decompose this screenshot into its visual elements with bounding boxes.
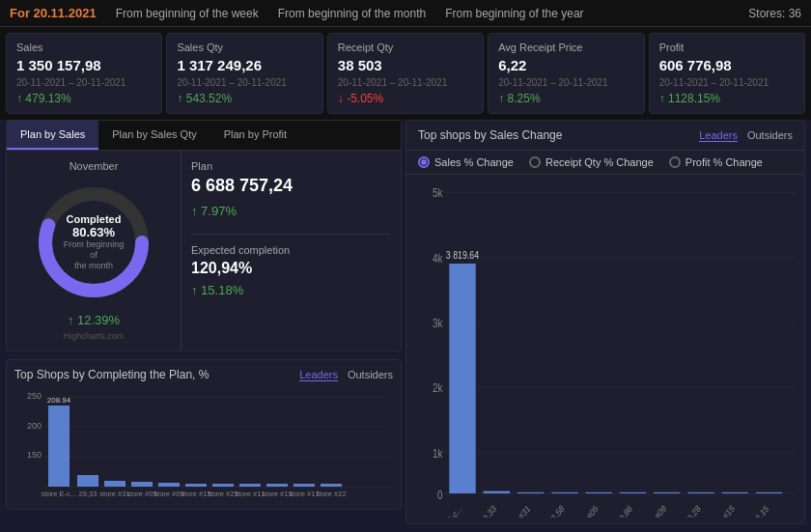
plan-change: ↑ 7.97% [191,204,391,218]
kpi-value-0: 1 350 157,98 [16,57,152,73]
right-tab-leaders[interactable]: Leaders [699,129,738,142]
svg-text:3k: 3k [433,317,443,329]
svg-text:store #09: store #09 [154,490,183,498]
svg-text:store #17: store #17 [289,490,319,498]
plan-area: Plan 6 688 757,24 ↑ 7.97% Expected compl… [181,151,401,350]
kpi-date-3: 20-11-2021 – 20-11-2021 [498,77,633,88]
donut-center-sub: From beginning ofthe month [63,239,126,270]
kpi-card-2: Receipt Qty 38 503 20-11-2021 – 20-11-20… [327,33,484,114]
radio-profit-change[interactable]: Profit % Change [669,156,763,168]
bottom-left-svg: 250 200 150 208.94 [14,387,391,498]
svg-rect-14 [158,483,180,487]
radio-sales-change[interactable]: Sales % Change [418,156,514,168]
svg-text:5k: 5k [433,186,443,199]
expected-change: ↑ 15.18% [191,283,391,297]
svg-text:store #13: store #13 [262,490,292,498]
svg-rect-17 [239,484,261,487]
main-content: Plan by Sales Plan by Sales Qty Plan by … [0,120,811,530]
expected-value: 120,94% [191,260,391,277]
svg-text:store #31: store #31 [504,503,532,518]
kpi-card-0: Sales 1 350 157,98 20-11-2021 – 20-11-20… [6,33,162,114]
svg-rect-9 [48,406,70,487]
donut-change: ↑ 12.39% [68,313,120,327]
tab-plan-by-sales[interactable]: Plan by Sales [7,121,98,150]
header-date: For 20.11.2021 [10,6,97,20]
donut-center-label: Completed [63,213,126,225]
svg-text:250: 250 [27,391,42,401]
svg-rect-12 [104,481,126,487]
nav-month[interactable]: From beginning of the month [278,7,426,20]
kpi-label-2: Receipt Qty [338,42,473,53]
svg-text:2k: 2k [433,381,443,394]
kpi-label-0: Sales [16,42,152,53]
left-panel: Plan by Sales Plan by Sales Qty Plan by … [6,120,402,351]
tab-plan-by-profit[interactable]: Plan by Profit [210,121,300,150]
subtab-outsiders[interactable]: Outsiders [348,369,393,381]
svg-rect-44 [449,264,475,493]
bottom-left-chart: 250 200 150 208.94 [14,387,393,501]
kpi-change-0: ↑ 479.13% [16,92,152,105]
plan-label: Plan [191,160,391,172]
svg-text:store #15: store #15 [181,490,210,498]
header: For 20.11.2021 From beginning of the wee… [0,0,811,27]
kpi-change-3: ↑ 8.25% [498,92,633,105]
svg-text:8,15: 8,15 [754,503,770,518]
radio-circle-sales [418,156,430,168]
svg-rect-15 [185,484,207,487]
radio-label-profit: Profit % Change [685,156,763,168]
kpi-value-4: 606 776,98 [659,57,795,73]
radio-circle-receipt [529,156,541,168]
svg-rect-51 [654,492,680,493]
kpi-card-3: Avg Receipt Price 6,22 20-11-2021 – 20-1… [488,33,644,114]
nav-year[interactable]: From beginning of the year [445,7,583,20]
donut-container: Completed 80.63% From beginning ofthe mo… [31,180,156,305]
svg-text:store E-c...: store E-c... [42,490,76,498]
plan-divider [191,234,391,235]
radio-receipt-qty[interactable]: Receipt Qty % Change [529,156,654,168]
bottom-left-title: Top Shops by Completing the Plan, % [14,368,209,381]
radio-dot-sales [421,159,427,165]
kpi-label-4: Profit [659,42,795,53]
donut-center-pct: 80.63% [63,225,126,239]
svg-rect-50 [620,492,646,493]
left-panels-wrapper: Plan by Sales Plan by Sales Qty Plan by … [6,120,402,524]
svg-rect-54 [756,492,782,493]
svg-text:208.94: 208.94 [47,396,71,405]
bottom-left-panel: Top Shops by Completing the Plan, % Lead… [6,359,402,510]
right-panel-title: Top shops by Sales Change [418,128,562,142]
plan-value: 6 688 757,24 [191,176,391,196]
kpi-date-0: 20-11-2021 – 20-11-2021 [16,77,152,88]
svg-text:store #05: store #05 [126,490,156,498]
right-panel-header: Top shops by Sales Change Leaders Outsid… [406,121,804,151]
subtab-bar: Leaders Outsiders [299,369,393,381]
svg-text:store #15: store #15 [708,503,736,518]
kpi-card-4: Profit 606 776,98 20-11-2021 – 20-11-202… [649,33,805,114]
donut-center: Completed 80.63% From beginning ofthe mo… [63,213,126,270]
right-chart-area: 5k 4k 3k 2k 1k 0 3 819.64 [406,175,804,523]
svg-rect-20 [321,484,342,487]
svg-text:3 819.64: 3 819.64 [446,249,480,261]
svg-rect-13 [131,482,153,487]
svg-text:store #25: store #25 [208,490,238,498]
svg-text:0: 0 [437,489,442,501]
right-tab-outsiders[interactable]: Outsiders [747,129,793,142]
kpi-label-1: Sales Qty [177,42,312,53]
svg-text:29,33: 29,33 [79,490,98,498]
svg-text:store #09: store #09 [640,503,668,518]
donut-month: November [70,160,119,172]
radio-label-receipt: Receipt Qty % Change [545,156,654,168]
stores-count: Stores: 36 [748,7,801,20]
highcharts-credit: Highcharts.com [64,331,125,341]
svg-text:200: 200 [27,421,42,431]
svg-rect-19 [294,484,315,487]
svg-text:10,86: 10,86 [615,503,634,518]
subtab-leaders[interactable]: Leaders [299,369,338,381]
svg-text:store #05: store #05 [572,503,600,518]
radio-bar: Sales % Change Receipt Qty % Change Prof… [406,151,804,175]
right-panel-tabs: Leaders Outsiders [699,129,793,142]
svg-rect-18 [266,484,288,487]
nav-week[interactable]: From beginning of the week [116,7,259,20]
radio-label-sales: Sales % Change [434,156,514,168]
tab-plan-by-qty[interactable]: Plan by Sales Qty [98,121,210,150]
svg-rect-16 [212,484,234,487]
